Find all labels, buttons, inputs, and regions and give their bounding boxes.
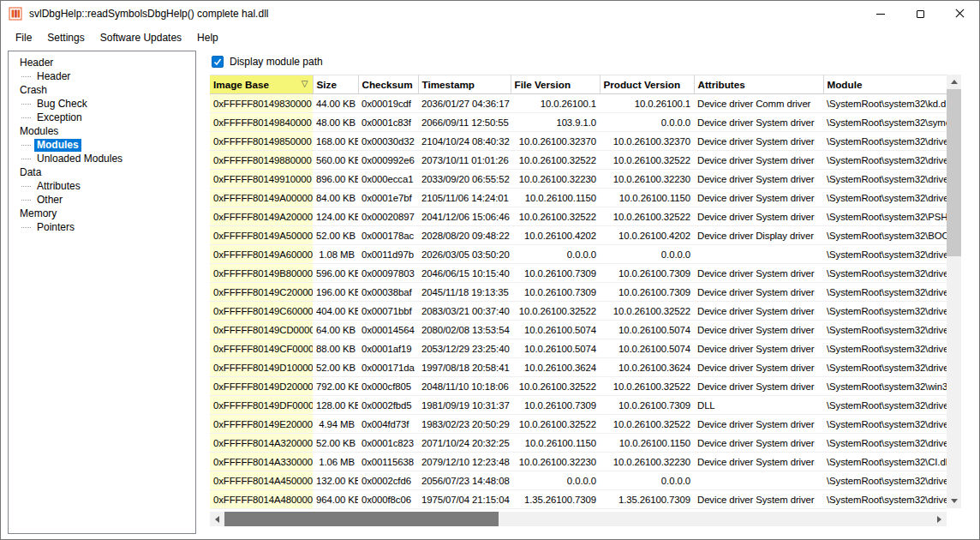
cell-attributes: Device driver System driver [694, 189, 823, 207]
cell-attributes: Device driver System driver [694, 283, 823, 302]
vertical-scrollbar-thumb[interactable] [947, 89, 961, 256]
tree-item-modules[interactable]: Modules [9, 138, 195, 152]
column-header-module[interactable]: Module [823, 75, 947, 94]
table-row[interactable]: 0xFFFFF80149B80000596.00 KB0x00097803204… [210, 264, 947, 283]
table-row[interactable]: 0xFFFFF8014A480000964.00 KB0x000f8c06197… [210, 490, 947, 509]
column-header-image-base[interactable]: Image Base▽ [210, 75, 313, 94]
cell-checksum: 0x0001e7bf [358, 189, 418, 207]
column-header-label: Product Version [604, 79, 681, 90]
cell-size: 132.00 KB [313, 471, 358, 490]
column-header-checksum[interactable]: Checksum [358, 75, 418, 94]
table-row[interactable]: 0xFFFFF80149910000896.00 KB0x000ecca1203… [210, 170, 947, 189]
cell-timestamp: 2079/12/10 12:23:48 [418, 453, 511, 471]
cell-attributes: Device driver System driver [694, 132, 823, 151]
table-row[interactable]: 0xFFFFF8014A32000052.00 KB0x0001c8232071… [210, 434, 947, 453]
table-row[interactable]: 0xFFFFF80149A0000084.00 KB0x0001e7bf2105… [210, 189, 947, 207]
column-header-file-version[interactable]: File Version [511, 75, 600, 94]
table-row[interactable]: 0xFFFFF8014A3300001.06 MB0x001156382079/… [210, 453, 947, 471]
cell-attributes: Device driver System driver [694, 264, 823, 283]
table-row[interactable]: 0xFFFFF80149A20000124.00 KB0x00020897204… [210, 207, 947, 226]
cell-product_version: 10.0.26100.32522 [600, 151, 694, 170]
cell-file_version: 10.0.26100.5074 [511, 321, 600, 339]
cell-attributes: Device driver System driver [694, 434, 823, 453]
column-header-attributes[interactable]: Attributes [694, 75, 823, 94]
table-row[interactable]: 0xFFFFF80149A5000052.00 KB0x000178ac2028… [210, 226, 947, 245]
cell-size: 84.00 KB [313, 189, 358, 207]
tree-item-label: Modules [17, 125, 61, 138]
horizontal-scrollbar[interactable] [210, 512, 947, 526]
cell-module: \SystemRoot\system32\drive [823, 283, 947, 302]
cell-image_base: 0xFFFFF80149A20000 [210, 207, 313, 226]
cell-timestamp: 2045/11/18 19:13:35 [418, 283, 511, 302]
menu-item-help[interactable]: Help [189, 29, 226, 46]
scroll-down-button[interactable] [947, 494, 961, 508]
table-row[interactable]: 0xFFFFF80149E200004.94 MB0x004fd73f1983/… [210, 415, 947, 434]
cell-file_version: 1.35.26100.7309 [511, 490, 600, 509]
scroll-left-button[interactable] [210, 512, 224, 526]
column-header-size[interactable]: Size [313, 75, 358, 94]
tree-item-attributes[interactable]: Attributes [9, 179, 195, 193]
arrow-up-icon [951, 80, 958, 84]
cell-checksum: 0x0001c83f [358, 113, 418, 132]
tree-branch-line [21, 200, 31, 201]
tree-item-other[interactable]: Other [9, 193, 195, 207]
tree-item-label: Other [34, 194, 65, 207]
column-header-label: Module [828, 79, 863, 90]
menu-item-file[interactable]: File [8, 29, 39, 46]
table-row[interactable]: 0xFFFFF80149D1000052.00 KB0x000171da1997… [210, 358, 947, 377]
cell-image_base: 0xFFFFF80149A00000 [210, 189, 313, 207]
cell-file_version: 10.0.26100.3624 [511, 358, 600, 377]
cell-image_base: 0xFFFFF80149D10000 [210, 358, 313, 377]
table-row[interactable]: 0xFFFFF80149880000560.00 KB0x000992e6207… [210, 151, 947, 170]
column-header-timestamp[interactable]: Timestamp [418, 75, 511, 94]
vertical-scrollbar[interactable] [947, 75, 961, 508]
table-row[interactable]: 0xFFFFF80149850000168.00 KB0x00030d32210… [210, 132, 947, 151]
table-row[interactable]: 0xFFFFF80149CD000064.00 KB0x000145642080… [210, 321, 947, 339]
table-row[interactable]: 0xFFFFF80149C60000404.00 KB0x00071bbf208… [210, 302, 947, 321]
tree-item-unloaded-modules[interactable]: Unloaded Modules [9, 152, 195, 165]
maximize-button[interactable] [900, 1, 940, 27]
table-row[interactable]: 0xFFFFF8014984000048.00 KB0x0001c83f2066… [210, 113, 947, 132]
close-button[interactable] [940, 1, 979, 27]
table-row[interactable]: 0xFFFFF80149D20000792.00 KB0x000cf805204… [210, 377, 947, 396]
tree-item-header[interactable]: Header [9, 69, 195, 83]
arrow-down-icon [951, 499, 958, 503]
cell-module: \SystemRoot\system32\symc [823, 113, 947, 132]
table-row[interactable]: 0xFFFFF80149CF000088.00 KB0x0001af192053… [210, 339, 947, 358]
scroll-up-button[interactable] [947, 75, 961, 89]
tree-item-pointers[interactable]: Pointers [9, 220, 195, 234]
cell-module: \SystemRoot\system32\drive [823, 339, 947, 358]
horizontal-scrollbar-thumb[interactable] [224, 512, 499, 526]
tree-item-header[interactable]: Header [9, 56, 195, 69]
menu-item-software-updates[interactable]: Software Updates [93, 29, 189, 46]
tree-item-exception[interactable]: Exception [9, 111, 195, 124]
menu-item-settings[interactable]: Settings [39, 29, 92, 46]
cell-product_version: 10.0.26100.32522 [600, 415, 694, 434]
cell-product_version: 1.35.26100.7309 [600, 490, 694, 509]
tree-item-label: Memory [17, 207, 59, 220]
cell-module: \SystemRoot\system32\drive [823, 415, 947, 434]
table-row[interactable]: 0xFFFFF8014A450000132.00 KB0x0002cfd6205… [210, 471, 947, 490]
cell-size: 168.00 KB [313, 132, 358, 151]
cell-product_version: 10.0.26100.4202 [600, 226, 694, 245]
tree-item-memory[interactable]: Memory [9, 207, 195, 220]
table-row[interactable]: 0xFFFFF80149A600001.08 MB0x0011d97b2026/… [210, 245, 947, 264]
table-row[interactable]: 0xFFFFF80149DF0000128.00 KB0x0002fbd5198… [210, 396, 947, 415]
tree-item-label: Exception [34, 111, 85, 124]
display-module-path-checkbox[interactable] [212, 56, 224, 68]
cell-checksum: 0x0001af19 [358, 339, 418, 358]
table-row[interactable]: 0xFFFFF80149C20000196.00 KB0x00038baf204… [210, 283, 947, 302]
cell-timestamp: 2041/12/06 15:06:46 [418, 207, 511, 226]
tree-item-bug-check[interactable]: Bug Check [9, 97, 195, 111]
tree-item-label: Modules [34, 139, 81, 152]
column-header-product-version[interactable]: Product Version [600, 75, 694, 94]
cell-timestamp: 2053/12/29 23:25:40 [418, 339, 511, 358]
minimize-button[interactable] [861, 1, 900, 27]
tree-item-data[interactable]: Data [9, 165, 195, 179]
table-row[interactable]: 0xFFFFF8014983000044.00 KB0x00019cdf2036… [210, 94, 947, 113]
cell-attributes: Device driver System driver [694, 415, 823, 434]
cell-file_version: 10.0.26100.1150 [511, 189, 600, 207]
scroll-right-button[interactable] [932, 512, 947, 526]
tree-item-crash[interactable]: Crash [9, 83, 195, 97]
tree-item-modules[interactable]: Modules [9, 124, 195, 138]
